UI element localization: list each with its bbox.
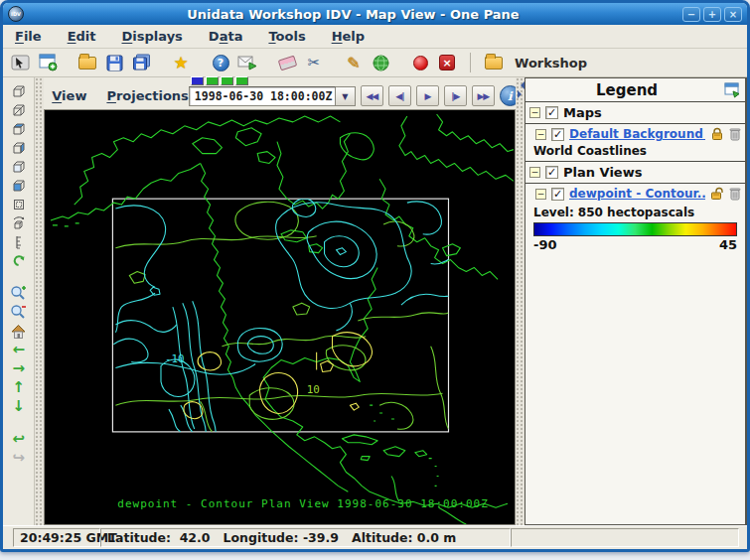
play-button[interactable]: ▶ <box>416 85 439 106</box>
rotate-view-icon[interactable] <box>7 100 31 119</box>
time-dropdown-icon[interactable]: ▼ <box>336 86 356 106</box>
pan-right-icon[interactable]: → <box>7 359 31 378</box>
open-bundle-icon[interactable] <box>75 51 99 74</box>
help-icon[interactable]: ? <box>209 51 232 74</box>
dewpoint-contours: -10 10 <box>114 199 483 462</box>
dewpoint-visibility-checkbox[interactable]: ✓ <box>551 188 564 201</box>
collapse-plan-views-icon[interactable]: − <box>529 167 540 178</box>
favorites-star-icon[interactable]: ★ <box>169 51 193 74</box>
animation-step[interactable] <box>191 76 204 85</box>
cut-scissors-icon[interactable]: ✂ <box>302 51 326 74</box>
maximize-button[interactable]: + <box>703 7 721 22</box>
menu-view[interactable]: View <box>52 88 86 103</box>
collapse-left-icon[interactable] <box>517 81 525 89</box>
toolbar-separator <box>470 53 471 72</box>
web-globe-icon[interactable] <box>369 51 392 74</box>
menu-displays[interactable]: Displays <box>122 29 183 44</box>
collapse-right-icon[interactable] <box>518 90 525 98</box>
world-coastlines-label: World Coastlines <box>525 144 745 161</box>
main-toolbar: ★ ? ✂ ✎ × Workshop <box>3 49 747 77</box>
colorbar-gradient[interactable] <box>533 222 737 236</box>
go-to-start-button[interactable]: ◀◀ <box>361 85 383 106</box>
menu-file[interactable]: File <box>15 29 42 44</box>
message-area <box>511 528 739 547</box>
side-view-icon[interactable] <box>7 138 31 157</box>
pan-left-icon[interactable]: ← <box>7 341 31 359</box>
map-panel: View Projections 1998-06-30 18:00:00Z <box>44 77 516 525</box>
record-image-icon[interactable] <box>408 51 432 74</box>
plan-views-visibility-checkbox[interactable]: ✓ <box>545 166 558 179</box>
plan-views-section-label: Plan Views <box>563 165 642 180</box>
animation-step[interactable] <box>235 76 248 85</box>
animation-step-indicator <box>191 76 356 85</box>
map-display[interactable]: -10 10 dewpoint - Contour Plan View 1998… <box>44 109 516 525</box>
maps-visibility-checkbox[interactable]: ✓ <box>545 106 558 119</box>
rotate-cube-icon[interactable] <box>7 213 31 232</box>
close-button[interactable]: × <box>724 7 742 22</box>
collapse-background-icon[interactable]: − <box>535 129 546 140</box>
trash-icon[interactable] <box>729 187 741 201</box>
menu-edit[interactable]: Edit <box>68 29 96 44</box>
trash-icon[interactable] <box>729 127 741 141</box>
time-select[interactable]: 1998-06-30 18:00:00Z <box>189 86 336 106</box>
go-to-end-button[interactable]: ▶▶ <box>472 85 495 106</box>
colorbar-min-label: -90 <box>533 237 557 252</box>
step-back-button[interactable]: ◀| <box>388 85 411 106</box>
workshop-label[interactable]: Workshop <box>515 56 587 70</box>
menu-bar: File Edit Displays Data Tools Help <box>3 25 747 49</box>
float-legend-icon[interactable] <box>724 82 741 98</box>
clock-readout: 20:49:25 GMT <box>13 528 100 547</box>
save-copies-icon[interactable] <box>129 51 153 74</box>
pan-down-icon[interactable]: ↓ <box>7 397 31 416</box>
vertical-scale-icon[interactable] <box>7 232 31 251</box>
left-splitter[interactable] <box>35 77 44 525</box>
zoom-out-icon[interactable] <box>7 303 31 322</box>
idv-window: IDV Unidata Workshop IDV - Map View - On… <box>0 0 750 552</box>
menu-projections[interactable]: Projections <box>106 88 188 103</box>
lock-open-icon[interactable] <box>710 187 724 201</box>
front-view-icon[interactable] <box>7 157 31 176</box>
idv-logo-icon: IDV <box>8 6 24 22</box>
auto-rotate-icon[interactable] <box>7 251 31 270</box>
menu-tools[interactable]: Tools <box>268 29 305 44</box>
exit-icon[interactable]: × <box>435 51 459 74</box>
title-bar[interactable]: IDV Unidata Workshop IDV - Map View - On… <box>3 3 747 25</box>
menu-data[interactable]: Data <box>209 29 243 44</box>
collapse-maps-icon[interactable]: − <box>529 107 540 118</box>
background-visibility-checkbox[interactable]: ✓ <box>551 128 564 141</box>
pan-up-icon[interactable]: ↑ <box>7 378 31 397</box>
legend-splitter[interactable] <box>516 77 525 525</box>
box-outline-icon[interactable] <box>7 195 31 213</box>
menu-help[interactable]: Help <box>332 29 365 44</box>
contour-label: -10 <box>165 352 185 365</box>
new-window-icon[interactable] <box>36 51 60 74</box>
lock-closed-icon[interactable] <box>710 127 724 141</box>
zoom-in-icon[interactable] <box>7 284 31 303</box>
default-background-link[interactable]: Default Background ... <box>569 127 705 141</box>
animation-step[interactable] <box>206 76 219 85</box>
workshop-folder-icon[interactable] <box>482 51 506 74</box>
bottom-view-icon[interactable] <box>7 176 31 195</box>
maps-section-label: Maps <box>563 105 602 120</box>
display-annotation: dewpoint - Contour Plan View 1998-06-30 … <box>117 497 489 510</box>
dewpoint-contour-link[interactable]: dewpoint - Contour... <box>569 187 705 201</box>
drawing-pencil-icon[interactable]: ✎ <box>342 51 366 74</box>
top-view-icon[interactable] <box>7 119 31 138</box>
save-bundle-icon[interactable] <box>102 51 126 74</box>
default-background-row: − ✓ Default Background ... <box>525 124 745 144</box>
undo-icon[interactable]: ↩ <box>7 430 31 449</box>
dewpoint-row: − ✓ dewpoint - Contour... <box>525 184 745 204</box>
redo-icon[interactable]: ↪ <box>7 449 31 468</box>
perspective-view-icon[interactable] <box>7 81 31 100</box>
screen: IDV Unidata Workshop IDV - Map View - On… <box>0 0 750 560</box>
animation-step[interactable] <box>221 76 233 85</box>
support-request-mail-icon[interactable] <box>235 51 259 74</box>
map-view-toolbar: View Projections 1998-06-30 18:00:00Z <box>44 77 516 109</box>
show-dashboard-icon[interactable] <box>9 51 33 74</box>
minimize-button[interactable]: − <box>682 7 700 22</box>
erase-icon[interactable] <box>275 51 299 74</box>
home-icon[interactable] <box>7 322 31 341</box>
step-forward-button[interactable]: |▶ <box>444 85 467 106</box>
collapse-dewpoint-icon[interactable]: − <box>535 189 546 200</box>
level-label: Level: 850 hectopascals <box>525 204 745 221</box>
